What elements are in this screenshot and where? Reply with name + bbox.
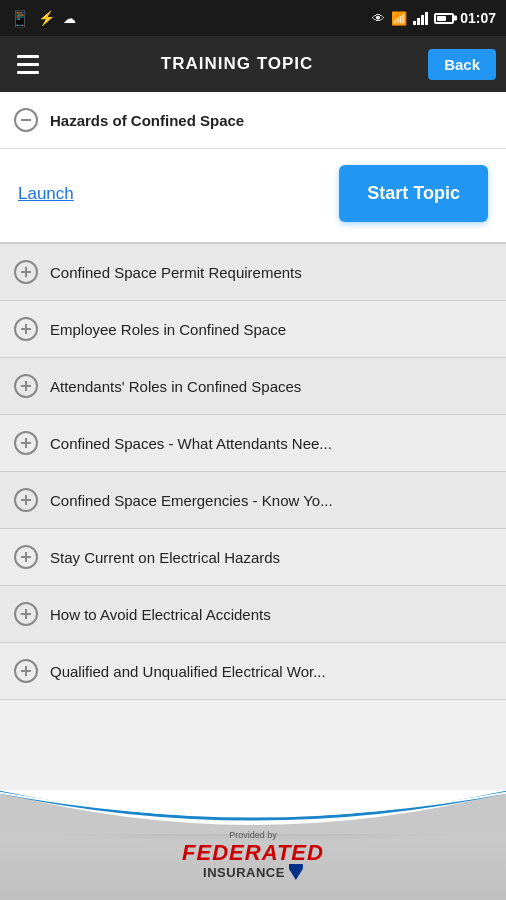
topic-item[interactable]: Stay Current on Electrical Hazards <box>0 529 506 586</box>
topic-label-5: Stay Current on Electrical Hazards <box>50 549 280 566</box>
topic-label-2: Attendants' Roles in Confined Spaces <box>50 378 301 395</box>
eye-icon: 👁 <box>372 11 385 26</box>
expand-icon-3 <box>14 431 38 455</box>
topic-label-0: Confined Space Permit Requirements <box>50 264 302 281</box>
back-button[interactable]: Back <box>428 49 496 80</box>
footer: Provided by FEDERATED INSURANCE <box>0 790 506 900</box>
status-time: 01:07 <box>460 10 496 26</box>
cloud-icon: ☁ <box>63 11 76 26</box>
status-bar: 📱 ⚡ ☁ 👁 📶 01:07 <box>0 0 506 36</box>
expanded-topic: Hazards of Confined Space <box>0 92 506 149</box>
status-bar-right: 👁 📶 01:07 <box>372 10 496 26</box>
expanded-topic-header[interactable]: Hazards of Confined Space <box>0 92 506 148</box>
battery-icon <box>434 13 454 24</box>
provided-by-text: Provided by <box>229 830 277 840</box>
page-title: TRAINING TOPIC <box>46 54 428 74</box>
expand-icon-5 <box>14 545 38 569</box>
topic-label-6: How to Avoid Electrical Accidents <box>50 606 271 623</box>
topic-list: Confined Space Permit Requirements Emplo… <box>0 244 506 700</box>
topic-label-3: Confined Spaces - What Attendants Nee... <box>50 435 332 452</box>
topic-item[interactable]: Confined Space Emergencies - Know Yo... <box>0 472 506 529</box>
collapse-icon[interactable] <box>14 108 38 132</box>
brand-name: FEDERATED <box>182 840 324 865</box>
topic-label-4: Confined Space Emergencies - Know Yo... <box>50 492 333 509</box>
signal-icon <box>413 11 428 25</box>
shield-icon <box>289 864 303 880</box>
brand-container: FEDERATED <box>182 842 324 864</box>
menu-line-1 <box>17 55 39 58</box>
whatsapp-icon: 📱 <box>10 9 30 28</box>
usb-icon: ⚡ <box>38 10 55 26</box>
expand-icon-0 <box>14 260 38 284</box>
menu-line-2 <box>17 63 39 66</box>
topic-item[interactable]: Confined Space Permit Requirements <box>0 244 506 301</box>
expand-icon-1 <box>14 317 38 341</box>
topic-item[interactable]: Employee Roles in Confined Space <box>0 301 506 358</box>
launch-area: Launch Start Topic <box>0 149 506 244</box>
expand-icon-6 <box>14 602 38 626</box>
footer-wave <box>0 790 506 834</box>
topic-item[interactable]: How to Avoid Electrical Accidents <box>0 586 506 643</box>
expand-icon-7 <box>14 659 38 683</box>
menu-line-3 <box>17 71 39 74</box>
expand-icon-4 <box>14 488 38 512</box>
wifi-icon: 📶 <box>391 11 407 26</box>
insurance-container: INSURANCE <box>203 864 303 880</box>
topic-label-7: Qualified and Unqualified Electrical Wor… <box>50 663 326 680</box>
expanded-topic-title: Hazards of Confined Space <box>50 112 244 129</box>
topic-item[interactable]: Qualified and Unqualified Electrical Wor… <box>0 643 506 700</box>
topic-item[interactable]: Confined Spaces - What Attendants Nee... <box>0 415 506 472</box>
launch-link[interactable]: Launch <box>18 184 74 204</box>
expand-icon-2 <box>14 374 38 398</box>
status-bar-left: 📱 ⚡ ☁ <box>10 9 76 28</box>
topic-item[interactable]: Attendants' Roles in Confined Spaces <box>0 358 506 415</box>
content-area: Hazards of Confined Space Launch Start T… <box>0 92 506 700</box>
menu-button[interactable] <box>10 46 46 82</box>
footer-logo: Provided by FEDERATED INSURANCE <box>182 830 324 880</box>
insurance-text: INSURANCE <box>203 865 285 880</box>
start-topic-button[interactable]: Start Topic <box>339 165 488 222</box>
app-header: TRAINING TOPIC Back <box>0 36 506 92</box>
topic-label-1: Employee Roles in Confined Space <box>50 321 286 338</box>
